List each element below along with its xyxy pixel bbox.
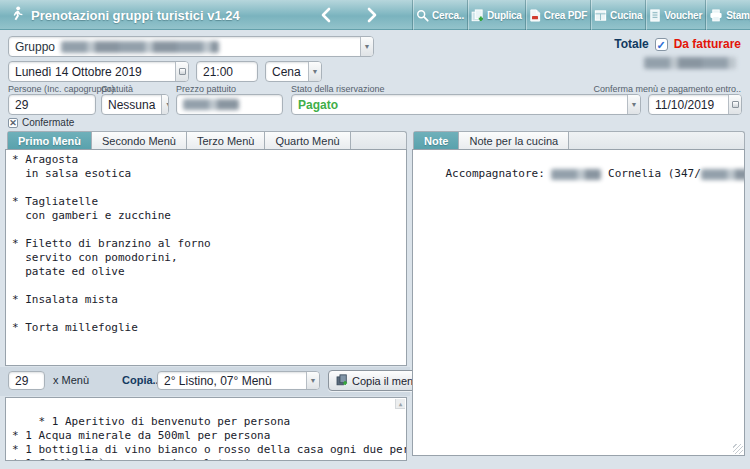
create-pdf-button[interactable]: Crea PDF bbox=[525, 0, 590, 30]
meal-combo-field[interactable]: Cena ▼ bbox=[265, 61, 322, 82]
stato-label: Stato della riservazione bbox=[291, 84, 385, 94]
tab-note[interactable]: Note bbox=[414, 132, 459, 150]
copy-source-combo[interactable]: 2° Listino, 07° Menù ▼ bbox=[157, 371, 320, 390]
gratuita-dropdown-button[interactable]: ▼ bbox=[161, 95, 169, 114]
stato-combo-field[interactable]: Pagato ▼ bbox=[291, 94, 641, 115]
search-button[interactable]: Cerca.. bbox=[412, 0, 467, 30]
voucher-icon bbox=[649, 9, 661, 22]
persone-label: Persone (Inc. capogruppo) bbox=[8, 84, 115, 94]
persone-field[interactable]: 29 bbox=[8, 94, 96, 115]
record-navigation bbox=[320, 0, 378, 30]
date-picker-button[interactable] bbox=[175, 62, 188, 81]
resize-grip-icon[interactable] bbox=[733, 444, 743, 454]
tab-quarto-menu[interactable]: Quarto Menù bbox=[265, 132, 350, 150]
da-fatturare-checkbox[interactable]: ✓ bbox=[655, 38, 668, 51]
redacted-phone-number bbox=[701, 169, 745, 180]
person-icon bbox=[11, 6, 24, 24]
note-textarea[interactable]: Accompagnatore: Cornelia (347/) bbox=[412, 149, 745, 456]
menu-tabbar-filler bbox=[351, 132, 406, 150]
note-tabbar: Note Note per la cucina bbox=[413, 131, 745, 150]
tab-terzo-menu[interactable]: Terzo Menù bbox=[187, 132, 265, 150]
duplicate-icon bbox=[471, 9, 484, 22]
da-fatturare-label: Da fatturare bbox=[674, 37, 741, 51]
menu-tabbar: Primo Menù Secondo Menù Terzo Menù Quart… bbox=[7, 131, 407, 150]
confermate-checkbox[interactable]: ✕ bbox=[8, 118, 18, 128]
x-menu-label: x Menù bbox=[53, 374, 89, 386]
app-window: Prenotazioni gruppi turistici v1.24 Cerc… bbox=[0, 0, 750, 469]
conferma-date-picker-button[interactable] bbox=[728, 95, 741, 114]
duplicate-button[interactable]: Duplica bbox=[467, 0, 525, 30]
next-record-button[interactable] bbox=[367, 7, 378, 23]
app-title-block: Prenotazioni gruppi turistici v1.24 bbox=[11, 0, 240, 30]
scrollbar-up-arrow-icon[interactable]: ▲ bbox=[395, 399, 405, 409]
voucher-button[interactable]: Voucher bbox=[645, 0, 705, 30]
redacted-total-amount bbox=[644, 57, 736, 69]
totale-label: Totale bbox=[614, 37, 648, 51]
time-field[interactable]: 21:00 bbox=[196, 61, 258, 82]
conferma-label: Conferma menù e pagamento entro.. bbox=[593, 84, 741, 94]
search-icon bbox=[416, 9, 429, 22]
note-middle: Cornelia (347/ bbox=[601, 167, 700, 180]
extras-textarea[interactable]: * 1 Aperitivo di benvenuto per persona *… bbox=[5, 397, 407, 461]
copy-menu-icon bbox=[336, 374, 348, 388]
note-tabbar-filler bbox=[569, 132, 744, 150]
tab-secondo-menu[interactable]: Secondo Menù bbox=[92, 132, 187, 150]
toolbar: Prenotazioni gruppi turistici v1.24 Cerc… bbox=[0, 0, 750, 30]
gratuita-label: Gratuità bbox=[101, 84, 133, 94]
kitchen-button[interactable]: Cucina bbox=[590, 0, 645, 30]
group-combo-field[interactable]: Gruppo ▼ bbox=[8, 36, 374, 57]
copia-label: Copia.. bbox=[122, 374, 159, 386]
meal-dropdown-button[interactable]: ▼ bbox=[308, 62, 321, 81]
tab-note-cucina[interactable]: Note per la cucina bbox=[459, 132, 569, 150]
menu-textarea[interactable]: * Aragosta in salsa esotica * Tagliatell… bbox=[5, 149, 407, 366]
conferma-date-field[interactable]: 11/10/2019 bbox=[648, 94, 742, 115]
previous-record-button[interactable] bbox=[320, 7, 331, 23]
confermate-label: Confermate bbox=[22, 117, 74, 128]
print-button[interactable]: Stampa bbox=[705, 0, 750, 30]
redacted-contact-name bbox=[551, 169, 601, 180]
gratuita-combo-field[interactable]: Nessuna ▼ bbox=[101, 94, 169, 115]
tab-primo-menu[interactable]: Primo Menù bbox=[8, 132, 92, 150]
toolbar-buttons: Cerca.. Duplica Crea PDF Cucina Voucher … bbox=[412, 0, 747, 30]
billing-row: Totale ✓ Da fatturare bbox=[614, 37, 741, 51]
prezzo-label: Prezzo pattuito bbox=[176, 84, 236, 94]
redacted-group-name bbox=[61, 41, 219, 53]
copy-source-dropdown-button[interactable]: ▼ bbox=[306, 372, 319, 389]
app-title: Prenotazioni gruppi turistici v1.24 bbox=[31, 8, 240, 23]
confermate-row: ✕ Confermate bbox=[8, 117, 74, 128]
prezzo-field[interactable] bbox=[176, 94, 283, 115]
group-dropdown-button[interactable]: ▼ bbox=[360, 37, 373, 56]
pdf-icon bbox=[529, 9, 541, 22]
stato-dropdown-button[interactable]: ▼ bbox=[627, 95, 640, 114]
status-paid-value: Pagato bbox=[292, 98, 344, 112]
note-prefix: Accompagnatore: bbox=[446, 167, 552, 180]
kitchen-grid-icon bbox=[594, 9, 607, 22]
redacted-price bbox=[183, 99, 239, 110]
printer-icon bbox=[709, 9, 723, 22]
group-field-label: Gruppo bbox=[9, 40, 57, 54]
menu-count-field[interactable]: 29 bbox=[8, 371, 45, 390]
date-field[interactable]: Lunedì 14 Ottobre 2019 bbox=[8, 61, 189, 82]
